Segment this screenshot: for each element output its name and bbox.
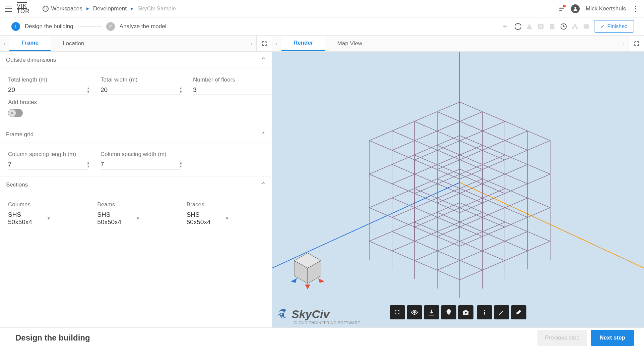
section-outside-dimensions[interactable]: Outside dimensions ⌃ bbox=[0, 52, 272, 68]
spinner-icon[interactable]: ▴▾ bbox=[87, 86, 89, 94]
light-button[interactable] bbox=[441, 305, 456, 319]
svg-rect-2 bbox=[559, 10, 562, 11]
globe-icon bbox=[43, 6, 49, 12]
image-icon[interactable] bbox=[583, 23, 590, 30]
columns-field: Columns SHS 50x50x4▼ bbox=[8, 201, 85, 227]
svg-rect-0 bbox=[559, 7, 564, 7]
info-icon[interactable] bbox=[514, 23, 522, 30]
svg-rect-1 bbox=[559, 8, 564, 9]
menu-icon[interactable] bbox=[5, 6, 12, 12]
error-icon[interactable] bbox=[537, 23, 544, 30]
warning-icon[interactable] bbox=[526, 23, 533, 30]
download-button[interactable] bbox=[424, 305, 439, 319]
step-2-badge[interactable]: 2 bbox=[106, 22, 115, 31]
breadcrumb-development[interactable]: Development bbox=[93, 5, 127, 12]
field-label: Column spacing width (m) bbox=[101, 151, 181, 158]
braces-field: Braces SHS 50x50x4▼ bbox=[187, 201, 264, 227]
tab-map-view[interactable]: Map View bbox=[325, 36, 374, 51]
caret-down-icon: ▼ bbox=[136, 216, 175, 221]
columns-select[interactable]: SHS 50x50x4▼ bbox=[8, 210, 85, 227]
spinner-icon[interactable]: ▴▾ bbox=[180, 86, 182, 94]
chevron-up-icon: ⌃ bbox=[261, 181, 266, 188]
page-title: Design the building bbox=[15, 333, 90, 343]
toggle-knob: ✕ bbox=[8, 109, 16, 117]
total-length-input[interactable]: ▴▾ bbox=[8, 85, 88, 95]
skyciv-tagline: CLOUD ENGINEERING SOFTWARE bbox=[294, 321, 360, 325]
undo-icon[interactable]: ↩ bbox=[503, 23, 510, 30]
svg-rect-10 bbox=[576, 27, 578, 29]
visibility-button[interactable] bbox=[407, 305, 422, 319]
field-label: Total length (m) bbox=[8, 76, 88, 83]
total-width-field: Total width (m) ▴▾ bbox=[101, 76, 181, 95]
logo[interactable]: VIKTOR bbox=[17, 3, 30, 14]
spinner-icon[interactable]: ▴▾ bbox=[87, 161, 89, 168]
structure-wireframe bbox=[272, 52, 644, 327]
svg-rect-77 bbox=[484, 310, 485, 311]
view-labels-button[interactable] bbox=[390, 305, 405, 319]
previous-step-button: Previous step bbox=[537, 330, 587, 346]
user-name[interactable]: Mick Koertshuis bbox=[586, 5, 626, 12]
right-tabs: ‹ Render Map View › bbox=[272, 36, 644, 52]
left-pane: ‹ Frame Location › Outside dimensions ⌃ … bbox=[0, 36, 272, 327]
step-1-badge[interactable]: 1 bbox=[11, 22, 20, 31]
field-label: Number of floors bbox=[193, 76, 273, 83]
column-spacing-length-input[interactable]: ▴▾ bbox=[8, 160, 88, 169]
svg-point-74 bbox=[465, 312, 467, 314]
check-icon: ✓ bbox=[600, 23, 605, 30]
svg-rect-11 bbox=[583, 24, 589, 29]
caret-down-icon: ▼ bbox=[47, 216, 85, 221]
save-icon[interactable] bbox=[549, 23, 556, 30]
svg-point-3 bbox=[574, 7, 576, 8]
add-braces-toggle[interactable]: ✕ bbox=[8, 109, 23, 117]
step-1-label[interactable]: Design the building bbox=[25, 23, 73, 30]
section-frame-grid[interactable]: Frame grid ⌃ bbox=[0, 126, 272, 143]
canvas-toolbar bbox=[390, 305, 526, 319]
tab-next-icon[interactable]: › bbox=[247, 36, 256, 51]
notifications-icon[interactable] bbox=[558, 5, 565, 12]
section-label: Sections bbox=[6, 182, 28, 188]
num-floors-input[interactable]: ▴▾ bbox=[193, 85, 273, 95]
step-2-label[interactable]: Analyze the model bbox=[120, 23, 167, 30]
more-icon[interactable]: ⋮ bbox=[632, 4, 639, 13]
edit-button[interactable] bbox=[494, 305, 509, 319]
chevron-right-icon: ▶ bbox=[131, 6, 133, 11]
spinner-icon[interactable]: ▴▾ bbox=[180, 161, 182, 168]
skyciv-logo: SkyCiv bbox=[276, 308, 329, 321]
breadcrumb-sample[interactable]: SkyCiv Sample bbox=[137, 5, 176, 12]
info-button[interactable] bbox=[477, 305, 492, 319]
next-step-button[interactable]: Next step bbox=[591, 330, 634, 346]
tree-icon[interactable] bbox=[571, 23, 579, 30]
footer: Design the building Previous step Next s… bbox=[0, 327, 644, 348]
svg-rect-9 bbox=[572, 27, 574, 29]
beams-select[interactable]: SHS 50x50x4▼ bbox=[97, 210, 174, 227]
section-sections[interactable]: Sections ⌃ bbox=[0, 176, 272, 193]
steps-bar: 1 Design the building 2 Analyze the mode… bbox=[0, 17, 644, 36]
tab-location[interactable]: Location bbox=[51, 36, 96, 51]
caret-down-icon: ▼ bbox=[225, 216, 264, 221]
chevron-right-icon: ▶ bbox=[86, 6, 89, 11]
chevron-up-icon: ⌃ bbox=[261, 56, 266, 63]
expand-right-icon[interactable] bbox=[629, 36, 644, 51]
total-width-input[interactable]: ▴▾ bbox=[101, 85, 181, 95]
breadcrumb: Workspaces ▶ Development ▶ SkyCiv Sample bbox=[43, 5, 176, 12]
step-divider bbox=[78, 26, 102, 27]
orientation-cube[interactable] bbox=[287, 250, 328, 290]
tab-render[interactable]: Render bbox=[281, 36, 325, 51]
braces-select[interactable]: SHS 50x50x4▼ bbox=[187, 210, 264, 227]
tab-prev-icon[interactable]: ‹ bbox=[0, 36, 9, 51]
erase-button[interactable] bbox=[511, 305, 526, 319]
expand-left-icon[interactable] bbox=[256, 36, 272, 51]
section-label: Outside dimensions bbox=[6, 57, 56, 63]
svg-rect-8 bbox=[574, 23, 576, 25]
history-icon[interactable] bbox=[560, 23, 567, 30]
avatar-icon[interactable] bbox=[571, 4, 580, 13]
left-tabs: ‹ Frame Location › bbox=[0, 36, 272, 52]
breadcrumb-workspaces[interactable]: Workspaces bbox=[43, 5, 82, 12]
tab-frame[interactable]: Frame bbox=[9, 36, 51, 51]
render-viewport[interactable]: SkyCiv CLOUD ENGINEERING SOFTWARE bbox=[272, 52, 644, 327]
tab-next-icon[interactable]: › bbox=[619, 36, 629, 51]
screenshot-button[interactable] bbox=[458, 305, 473, 319]
finished-button[interactable]: ✓Finished bbox=[594, 20, 634, 33]
column-spacing-width-input[interactable]: ▴▾ bbox=[101, 160, 181, 169]
tab-prev-icon[interactable]: ‹ bbox=[272, 36, 281, 51]
